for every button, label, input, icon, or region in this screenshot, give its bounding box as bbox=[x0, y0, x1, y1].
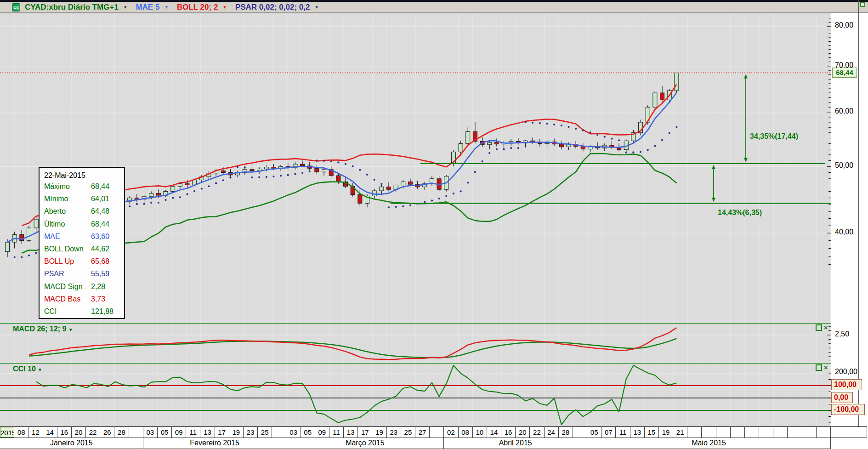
month-cell: Maio 2015 bbox=[587, 438, 831, 449]
month-cell: Fevereiro 2015 bbox=[143, 438, 287, 449]
year-start-cell: 2015 bbox=[0, 427, 14, 438]
close-icon[interactable]: × bbox=[824, 325, 828, 330]
date-cell: 03 bbox=[143, 427, 158, 438]
cci-level-badge-0: 0,00 bbox=[831, 392, 853, 403]
indicator-psar[interactable]: PSAR 0,02; 0,02; 0,2 bbox=[235, 3, 310, 12]
date-cell: 10 bbox=[473, 427, 487, 438]
macd-window-buttons: × bbox=[816, 324, 828, 331]
chevron-down-icon[interactable]: ▾ bbox=[124, 4, 127, 10]
tooltip-label: MACD Bas bbox=[44, 295, 80, 303]
date-cell: 16 bbox=[501, 427, 516, 438]
date-cell: 13 bbox=[344, 427, 358, 438]
symbol-title[interactable]: CYAD:xbru Diário TMG+1 bbox=[25, 3, 119, 12]
tooltip-value: 64,01 bbox=[91, 195, 109, 203]
tooltip-label: Máximo bbox=[44, 182, 70, 191]
date-cell: 05 bbox=[587, 427, 601, 438]
date-cell: 08 bbox=[14, 427, 28, 438]
tooltip-value: 55,59 bbox=[91, 270, 109, 278]
price-axis[interactable]: 80,0070,0060,0050,0040,00 68,44 2,50 200… bbox=[831, 13, 858, 426]
ohlc-tooltip: 22-Mai-2015 Máximo68,44Mínimo64,01Aberto… bbox=[39, 167, 125, 319]
tooltip-row: Máximo68,44 bbox=[40, 182, 124, 195]
cci-axis-label-200: 200,00 bbox=[835, 368, 857, 376]
gridlines bbox=[0, 364, 831, 426]
date-cell: 26 bbox=[100, 427, 114, 438]
date-cell: 09 bbox=[172, 427, 186, 438]
cci-panel[interactable]: CCI 10 ▾ × bbox=[0, 363, 831, 426]
tooltip-label: BOLL Up bbox=[44, 257, 74, 266]
date-cell bbox=[745, 427, 759, 438]
date-cell bbox=[702, 427, 716, 438]
date-cell: 05 bbox=[158, 427, 172, 438]
tooltip-row: MACD Bas3,73 bbox=[40, 295, 124, 307]
chevron-down-icon[interactable]: ▾ bbox=[165, 4, 168, 10]
tooltip-row: MACD Sign2,28 bbox=[40, 283, 124, 295]
equity-symbol-icon: Eq bbox=[12, 3, 20, 11]
macd-signal-line bbox=[29, 339, 676, 358]
chevron-down-icon[interactable]: ▾ bbox=[315, 4, 318, 10]
date-cell bbox=[731, 427, 745, 438]
right-gutter-divider bbox=[858, 0, 859, 426]
cci-canvas[interactable] bbox=[0, 364, 831, 426]
date-cell: 11 bbox=[186, 427, 200, 438]
date-cell: 13 bbox=[630, 427, 645, 438]
date-cell bbox=[687, 427, 702, 438]
macd-title-text: MACD 26; 12; 9 bbox=[13, 325, 66, 333]
date-cell bbox=[430, 427, 444, 438]
date-cell: 12 bbox=[28, 427, 43, 438]
cci-level-badge-neg100: -100,00 bbox=[831, 404, 865, 415]
month-axis-row: Janeiro 2015Fevereiro 2015Março 2015Abri… bbox=[0, 438, 831, 449]
tooltip-value: 63,60 bbox=[91, 233, 109, 241]
date-cell: 17 bbox=[215, 427, 229, 438]
indicator-boll[interactable]: BOLL 20; 2 bbox=[177, 3, 218, 12]
tooltip-label: Último bbox=[44, 220, 65, 228]
restore-icon[interactable] bbox=[860, 2, 865, 7]
date-cell bbox=[759, 427, 773, 438]
date-cell: 25 bbox=[258, 427, 272, 438]
date-axis-row: 2015081214162022262803050911131719232503… bbox=[0, 426, 831, 438]
chevron-down-icon[interactable]: ▾ bbox=[39, 367, 41, 372]
cci-title[interactable]: CCI 10 ▾ bbox=[13, 365, 41, 373]
last-price-badge: 68,44 bbox=[832, 68, 857, 78]
close-icon[interactable]: × bbox=[824, 365, 828, 370]
chevron-down-icon[interactable]: ▾ bbox=[223, 4, 226, 10]
macd-canvas[interactable] bbox=[0, 324, 831, 363]
date-cell bbox=[573, 427, 587, 438]
indicator-mae[interactable]: MAE 5 bbox=[136, 3, 159, 12]
tooltip-value: 65,68 bbox=[91, 257, 109, 266]
date-cell: 22 bbox=[86, 427, 100, 438]
price-axis-tick-label: 50,00 bbox=[835, 161, 853, 170]
tooltip-value: 64,48 bbox=[91, 207, 109, 216]
tooltip-row: Aberto64,48 bbox=[40, 207, 124, 220]
restore-icon[interactable] bbox=[816, 364, 822, 371]
tooltip-label: BOLL Down bbox=[44, 245, 84, 253]
cci-window-buttons: × bbox=[816, 364, 828, 371]
chevron-down-icon[interactable]: ▾ bbox=[69, 327, 72, 332]
macd-axis-label: 2,50 bbox=[835, 330, 849, 338]
date-cell: 20 bbox=[516, 427, 530, 438]
date-cell: 28 bbox=[559, 427, 573, 438]
cci-line bbox=[36, 365, 677, 425]
tooltip-value: 44,62 bbox=[91, 245, 109, 253]
date-cell: 13 bbox=[200, 427, 215, 438]
cci-level-badge-100: 100,00 bbox=[831, 379, 862, 390]
date-cell: 02 bbox=[444, 427, 458, 438]
date-cell: 27 bbox=[415, 427, 430, 438]
price-axis-tick-label: 80,00 bbox=[835, 21, 853, 29]
date-cell: 24 bbox=[545, 427, 559, 438]
tooltip-value: 3,73 bbox=[91, 295, 105, 303]
month-cell: Abril 2015 bbox=[444, 438, 587, 449]
macd-title[interactable]: MACD 26; 12; 9 ▾ bbox=[13, 325, 72, 333]
date-cell bbox=[802, 427, 817, 438]
macd-panel[interactable]: MACD 26; 12; 9 ▾ × bbox=[0, 323, 831, 363]
date-cell: 28 bbox=[114, 427, 129, 438]
date-cell: 19 bbox=[372, 427, 386, 438]
date-cell: 22 bbox=[530, 427, 544, 438]
date-cell: 25 bbox=[401, 427, 415, 438]
measurement-label-down: 14,43%(6,35) bbox=[718, 209, 762, 217]
date-cell: 21 bbox=[673, 427, 687, 438]
date-cell: 03 bbox=[286, 427, 301, 438]
date-cell bbox=[773, 427, 788, 438]
restore-icon[interactable] bbox=[816, 324, 822, 331]
tooltip-row: CCI121,88 bbox=[40, 307, 124, 320]
price-axis-tick-label: 40,00 bbox=[835, 228, 853, 236]
